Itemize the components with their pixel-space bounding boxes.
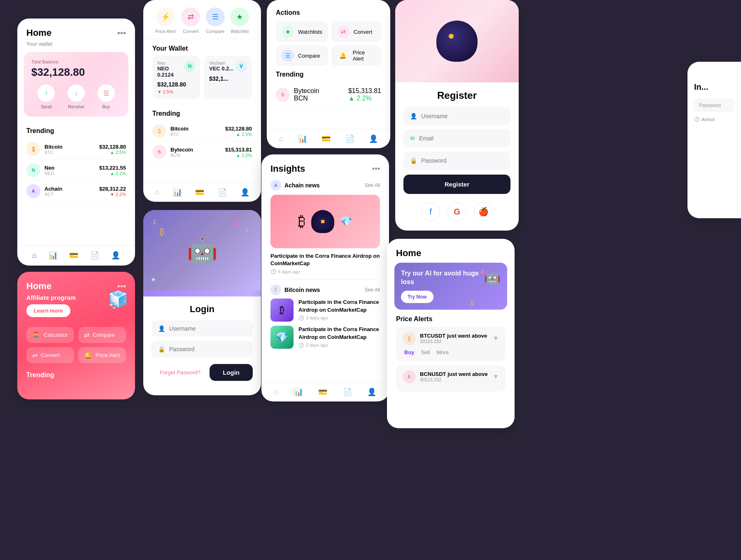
send-action[interactable]: ↑ Send — [37, 84, 55, 109]
coin-change: ▲ 2.2% — [348, 95, 381, 102]
password-input[interactable] — [169, 346, 246, 352]
buy-button[interactable]: Buy — [403, 348, 416, 356]
nav-doc-icon[interactable]: 📄 — [218, 188, 227, 197]
nav-home-icon[interactable]: ⌂ — [274, 387, 279, 397]
password-field-wrapper: 🔒 — [403, 152, 510, 170]
wallet-ticker: VEC 0.2... — [209, 65, 233, 72]
triangle-deco: ▲ — [232, 218, 240, 228]
nav-wallet-icon[interactable]: 💳 — [322, 134, 331, 143]
news-image-content: ₿ 💎 — [298, 210, 352, 233]
watchlist-action[interactable]: ★ Watchlist — [230, 7, 249, 34]
username-icon: 👤 — [158, 325, 165, 332]
nav-doc-icon[interactable]: 📄 — [345, 134, 354, 143]
nav-profile-icon[interactable]: 👤 — [369, 134, 378, 143]
watchlists-action[interactable]: ★ Watchlists — [276, 21, 328, 42]
username-input[interactable] — [421, 113, 504, 119]
price-alert-feature[interactable]: 🔔 Price Alert — [78, 347, 126, 363]
nav-wallet-icon[interactable]: 💳 — [69, 251, 78, 260]
convert-label: Convert — [354, 29, 373, 35]
username-input[interactable] — [169, 325, 246, 332]
send-icon[interactable]: ↑ — [37, 84, 55, 102]
more-options-button[interactable]: ••• — [117, 28, 126, 38]
balance-section: Total Balance $32,128.80 ↑ Send ↓ Receiv… — [24, 52, 128, 117]
chevron-down-icon-2[interactable]: ▼ — [492, 373, 499, 380]
wallet-balance: $32,1... — [209, 75, 247, 82]
nav-chart-icon[interactable]: 📊 — [298, 134, 307, 143]
login-button[interactable]: Login — [210, 364, 253, 381]
see-all-link-2[interactable]: See All — [365, 287, 380, 293]
learn-more-button[interactable]: Learn more — [26, 304, 70, 317]
nav-chart-icon[interactable]: 📊 — [294, 387, 303, 397]
facebook-login-button[interactable]: f — [421, 202, 440, 221]
convert-feature[interactable]: ⇌ Convert — [26, 347, 74, 363]
apple-login-button[interactable]: 🍎 — [474, 202, 493, 221]
neo-wallet-card[interactable]: Neo NEO 0.2124 N $32,128.80 ▼ 2.5% — [152, 56, 200, 99]
calculator-feature[interactable]: 🧮 Calculator — [26, 327, 74, 343]
compare-action[interactable]: ☰ Compare — [206, 7, 225, 34]
bitcoin-source: ₿ Bitcoin news — [270, 285, 320, 295]
coin-name: Bytecoin — [170, 147, 193, 153]
neo-icon: N — [26, 163, 40, 177]
price-alert-action[interactable]: ⚡ Price Alert — [155, 7, 176, 34]
nav-profile-icon[interactable]: 👤 — [240, 188, 249, 197]
compare-feature[interactable]: ⇄ Compare — [78, 327, 126, 343]
chevron-down-icon[interactable]: ▼ — [492, 335, 499, 342]
forgot-password-link[interactable]: Forget Pasword? — [151, 368, 209, 377]
receive-action[interactable]: ↓ Receive — [68, 84, 85, 109]
btcusdt-alert[interactable]: ₿ BTCUSDT just went above 30123.232 ▼ Bu… — [396, 327, 506, 361]
nav-chart-icon[interactable]: 📊 — [173, 188, 182, 197]
list-item[interactable]: 💎 Participate in the Corra Finance Airdr… — [261, 326, 389, 353]
calculator-icon: 🧮 — [32, 331, 40, 339]
price-alerts-title: Price Alerts — [396, 315, 506, 323]
login-footer: Forget Pasword? Login — [143, 362, 261, 383]
receive-icon[interactable]: ↓ — [68, 84, 85, 102]
alert-action-btns: Buy Sell More — [403, 348, 499, 356]
register-hero — [395, 0, 519, 82]
table-row[interactable]: ₿ Bitcoin BTC $32,128.80 ▲ 2.5% — [26, 139, 126, 160]
buy-icon[interactable]: ☰ — [98, 84, 115, 102]
sell-button[interactable]: Sell — [419, 348, 432, 356]
register-button[interactable]: Register — [403, 175, 510, 194]
nav-home-icon[interactable]: ⌂ — [32, 251, 37, 260]
price-alert-action[interactable]: 🔔 Price Alert — [331, 45, 381, 66]
convert-action[interactable]: ⇄ Convert — [181, 7, 200, 34]
price-alert-label: Price Alert — [155, 29, 176, 34]
table-row[interactable]: ₿ Bitcoin BTC $32,128.80 ▲ 2.5% — [143, 121, 261, 142]
password-input[interactable] — [421, 157, 504, 164]
table-row[interactable]: B Bytecoin BCN $15,313.81 ▲ 2.2% — [276, 83, 381, 107]
buy-label: Buy — [102, 104, 110, 109]
coin-name: Bytecoin — [294, 87, 319, 95]
nav-home-icon[interactable]: ⌂ — [279, 134, 284, 143]
more-button[interactable]: More — [435, 348, 450, 356]
btc-illustration: ₿ — [298, 213, 305, 230]
nav-home-icon[interactable]: ⌂ — [155, 188, 159, 197]
try-now-button[interactable]: Try Now — [401, 291, 433, 303]
nav-doc-icon[interactable]: 📄 — [90, 251, 99, 260]
wallet-change: ▼ 2.5% — [157, 89, 195, 94]
nav-wallet-icon[interactable]: 💳 — [318, 387, 327, 397]
more-options-button[interactable]: ••• — [372, 165, 380, 173]
wallet-cards-row: Neo NEO 0.2124 N $32,128.80 ▼ 2.5% Vecha… — [143, 56, 261, 104]
price-alert-label: Price Alert — [353, 49, 375, 62]
news-content-1: Participate in the Corra Finance Airdrop… — [298, 299, 380, 322]
nav-profile-icon[interactable]: 👤 — [111, 251, 120, 260]
convert-icon: ⇌ — [32, 351, 37, 359]
gem-deco: ◆ — [151, 276, 155, 282]
google-login-button[interactable]: G — [447, 202, 466, 221]
email-input[interactable] — [419, 135, 504, 142]
table-row[interactable]: A Achain ACT $28,312.22 ▼ 2.2% — [26, 181, 126, 202]
nav-chart-icon[interactable]: 📊 — [49, 251, 58, 260]
table-row[interactable]: N Neo NEO $13,221.55 ▲ 2.2% — [26, 160, 126, 181]
nav-wallet-icon[interactable]: 💳 — [195, 188, 204, 197]
table-row[interactable]: B Bytecoin BCN $15,313.81 ▲ 2.2% — [143, 142, 261, 163]
see-all-link[interactable]: See All — [365, 182, 380, 188]
nav-profile-icon[interactable]: 👤 — [367, 387, 376, 397]
convert-action[interactable]: ⇄ Convert — [331, 21, 381, 42]
coin-name: Bitcoin — [170, 126, 189, 132]
list-item[interactable]: ₿ Participate in the Corra Finance Airdr… — [261, 299, 389, 326]
buy-action[interactable]: ☰ Buy — [98, 84, 115, 109]
bcnusdt-alert[interactable]: B BCNUSDT just went above 30123.232 ▼ — [396, 365, 506, 392]
nav-doc-icon[interactable]: 📄 — [343, 387, 352, 397]
vechain-wallet-card[interactable]: Vechain VEC 0.2... V $32,1... — [204, 56, 252, 99]
compare-action[interactable]: ☰ Compare — [276, 45, 328, 66]
